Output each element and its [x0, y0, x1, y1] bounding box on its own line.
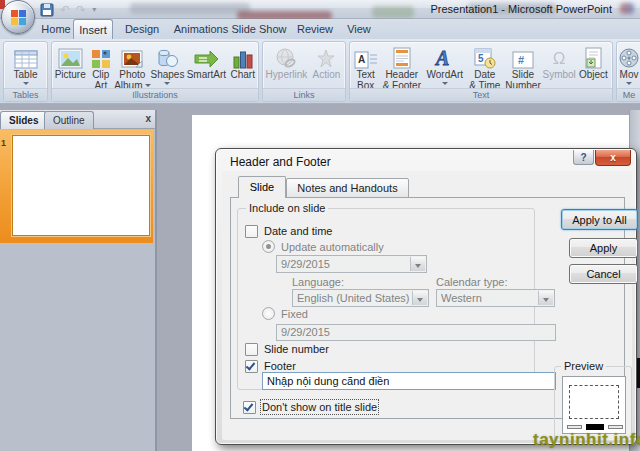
- preview-date-area: [567, 425, 582, 429]
- dropdown-arrow-icon: [626, 82, 632, 85]
- watermark-text: tayninhit.info: [533, 430, 640, 450]
- customize-qat-icon[interactable]: ▾: [92, 5, 96, 14]
- text-box-button[interactable]: A Text Box: [351, 42, 380, 91]
- svg-text:5: 5: [478, 53, 484, 64]
- dropdown-button: [412, 291, 427, 305]
- tab-home[interactable]: Home: [36, 19, 76, 39]
- date-time-button[interactable]: 5 Date & Time: [466, 42, 503, 91]
- smartart-button[interactable]: SmartArt: [184, 42, 228, 80]
- office-button[interactable]: [1, 0, 35, 34]
- apply-button[interactable]: Apply: [569, 238, 638, 258]
- apply-to-all-button[interactable]: Apply to All: [561, 209, 638, 230]
- calendar-type-value: Western: [441, 292, 482, 304]
- fixed-date-field: 9/29/2015: [276, 324, 556, 341]
- tab-review[interactable]: Review: [292, 19, 338, 39]
- redo-icon[interactable]: ↷: [76, 3, 86, 17]
- chevron-down-icon: [415, 264, 421, 268]
- action-button: Action: [309, 42, 344, 80]
- movie-button[interactable]: Mov: [618, 42, 640, 85]
- group-label-text[interactable]: Text: [350, 88, 612, 101]
- undo-icon[interactable]: ↶: [60, 3, 70, 17]
- dropdown-button: [538, 291, 553, 305]
- tab-insert[interactable]: Insert: [73, 19, 113, 39]
- slide-number-label: 1: [1, 138, 6, 148]
- table-button[interactable]: Table: [14, 42, 38, 85]
- dialog-tab-notes-handouts[interactable]: Notes and Handouts: [286, 178, 409, 198]
- ribbon-group-tables: Table Tables: [3, 41, 48, 102]
- cancel-button[interactable]: Cancel: [569, 264, 638, 284]
- tab-outline[interactable]: Outline: [44, 111, 94, 129]
- dialog-tab-slide[interactable]: Slide: [238, 176, 286, 198]
- date-and-time-checkbox[interactable]: [245, 225, 258, 238]
- object-button[interactable]: Object: [576, 42, 611, 80]
- date-and-time-label[interactable]: Date and time: [264, 225, 332, 237]
- header-footer-dialog: Header and Footer ? x Slide Notes and Ha…: [215, 148, 637, 445]
- object-icon: [584, 44, 602, 69]
- dont-show-title-label[interactable]: Don't show on title slide: [262, 401, 377, 413]
- tab-slides[interactable]: Slides: [0, 111, 47, 129]
- hyperlink-button: Hyperlink: [264, 42, 309, 80]
- shapes-button[interactable]: Shapes: [151, 42, 185, 85]
- wordart-icon: A: [434, 44, 456, 69]
- header-footer-button[interactable]: Header & Footer: [380, 42, 423, 91]
- dropdown-arrow-icon: [23, 82, 29, 85]
- clip-art-button[interactable]: Clip Art: [87, 42, 114, 91]
- group-label-tables[interactable]: Tables: [4, 88, 47, 101]
- calendar-type-label: Calendar type:: [436, 276, 508, 288]
- ribbon: Table Tables Pict: [0, 39, 640, 104]
- dropdown-arrow-icon: [442, 82, 448, 85]
- slide-tab-page: Include on slide Date and time Update au…: [230, 197, 625, 419]
- wordart-button[interactable]: A WordArt: [423, 42, 466, 85]
- ribbon-group-illustrations: Picture Clip Art: [51, 41, 259, 102]
- slide-number-button[interactable]: # Slide Number: [503, 42, 542, 91]
- tab-animations[interactable]: Animations: [170, 19, 232, 39]
- symbol-omega-icon: Ω: [553, 49, 566, 69]
- update-automatically-radio[interactable]: [262, 240, 275, 253]
- footer-text-input[interactable]: [262, 372, 556, 390]
- window-title: Presentation1 - Microsoft PowerPoint: [430, 3, 612, 15]
- date-time-icon: 5: [474, 44, 496, 69]
- footer-label[interactable]: Footer: [264, 360, 296, 372]
- group-label-media[interactable]: Me: [617, 88, 640, 101]
- panel-divider[interactable]: [155, 110, 157, 451]
- dialog-title: Header and Footer: [230, 155, 331, 169]
- powerpoint-window: Presentation1 - Microsoft PowerPoint ↶ ↷…: [0, 0, 640, 451]
- date-format-dropdown: 9/29/2015: [276, 255, 427, 273]
- symbol-button: Ω Symbol: [542, 42, 575, 80]
- dialog-close-button[interactable]: x: [595, 150, 631, 166]
- svg-text:#: #: [518, 54, 524, 66]
- include-on-slide-label: Include on slide: [246, 202, 328, 214]
- group-label-links: Links: [263, 88, 345, 101]
- title-bar: Presentation1 - Microsoft PowerPoint ↶ ↷…: [0, 0, 640, 19]
- dont-show-title-checkbox[interactable]: [243, 401, 256, 414]
- preview-placeholder: [569, 385, 619, 419]
- save-icon[interactable]: [40, 3, 54, 17]
- slide-number-checkbox[interactable]: [245, 343, 258, 356]
- slide-thumbnail[interactable]: [12, 135, 150, 236]
- ribbon-group-text: A Text Box: [349, 41, 613, 102]
- office-logo-icon: [11, 10, 26, 25]
- clip-art-icon: [91, 44, 111, 69]
- tab-view[interactable]: View: [340, 19, 378, 39]
- slide-thumbnail-selection[interactable]: 1: [0, 130, 153, 243]
- smartart-icon: [193, 44, 219, 69]
- close-panel-icon[interactable]: x: [145, 113, 151, 125]
- tab-slide-show[interactable]: Slide Show: [228, 19, 290, 39]
- preview-number-area: [608, 425, 623, 429]
- dialog-help-button[interactable]: ?: [573, 150, 594, 165]
- fixed-radio[interactable]: [262, 307, 275, 320]
- group-label-illustrations[interactable]: Illustrations: [52, 88, 258, 101]
- slide-number-label[interactable]: Slide number: [264, 343, 329, 355]
- check-icon: [246, 360, 256, 370]
- hyperlink-icon: [275, 44, 297, 69]
- tab-design[interactable]: Design: [120, 19, 164, 39]
- fixed-label[interactable]: Fixed: [281, 308, 308, 320]
- chart-button[interactable]: Chart: [228, 42, 257, 80]
- update-automatically-label[interactable]: Update automatically: [281, 241, 384, 253]
- photo-album-button[interactable]: Photo Album: [114, 42, 150, 91]
- header-footer-icon: [393, 44, 411, 69]
- language-value: English (United States): [297, 292, 410, 304]
- date-format-value: 9/29/2015: [281, 258, 330, 270]
- footer-checkbox[interactable]: [245, 360, 258, 373]
- picture-button[interactable]: Picture: [53, 42, 87, 80]
